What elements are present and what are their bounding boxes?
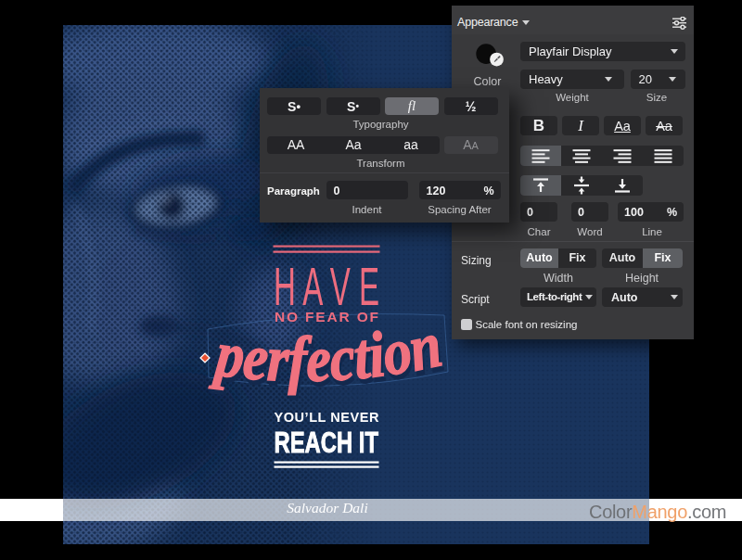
- svg-text:H A V E: H A V E: [274, 256, 379, 316]
- svg-text:REACH IT: REACH IT: [275, 426, 379, 459]
- svg-text:YOU’LL NEVER: YOU’LL NEVER: [275, 410, 380, 425]
- svg-text:NO FEAR OF: NO FEAR OF: [275, 309, 378, 325]
